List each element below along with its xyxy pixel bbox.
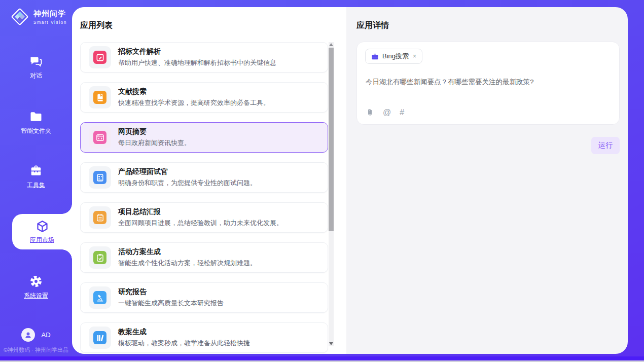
query-input[interactable]: 今日湖北有哪些新闻要点？有哪些需要关注的最新政策? — [366, 77, 609, 87]
sidebar-item-label: 智能文件夹 — [21, 127, 51, 135]
app-list-scrollbar[interactable] — [329, 42, 334, 346]
mention-icon[interactable]: @ — [383, 108, 391, 117]
app-card-literature-search[interactable]: 文献搜索 快速精准查找学术资源，提高研究效率的必备工具。 — [80, 82, 328, 113]
chat-icon — [29, 54, 43, 68]
briefcase-icon — [371, 53, 379, 60]
person-icon — [24, 331, 32, 339]
attachment-icon[interactable] — [366, 108, 374, 117]
app-card-bid-analysis[interactable]: 招标文件解析 帮助用户快速、准确地理解和解析招标书中的关键信息 — [80, 42, 328, 73]
app-card-project-summary[interactable]: 项目总结汇报 全面回顾项目进展，总结经验教训，助力未来优化发展。 — [80, 202, 328, 233]
gem-logo-icon — [9, 6, 30, 27]
app-title: 教案生成 — [118, 328, 250, 337]
app-title: 招标文件解析 — [118, 47, 276, 56]
app-detail-panel: 应用详情 Bing搜索 × 今日湖北有哪些新闻要点？有哪些需要关注的最新政策? … — [346, 7, 628, 354]
sidebar-item-label: 对话 — [30, 71, 42, 80]
sidebar: 神州问学 Smart Vision 对话 智能文件夹 工具集 应用市场 — [0, 0, 72, 356]
app-desc: 一键智能生成高质量长文本研究报告 — [118, 299, 224, 308]
app-detail-title: 应用详情 — [356, 20, 389, 31]
app-list-panel: 应用列表 招标文件解析 帮助用户快速、准确地理解和解析招标书中的关键信息 文献搜… — [72, 7, 346, 354]
app-desc: 智能生成个性化活动方案，轻松解决规划难题。 — [118, 259, 257, 268]
brand-name: 神州问学 — [33, 9, 67, 19]
books-icon — [93, 331, 106, 344]
book-icon — [93, 91, 106, 104]
doc-edit-icon — [93, 51, 106, 64]
user-name: AD — [41, 331, 50, 339]
app-desc: 快速精准查找学术资源，提高研究效率的必备工具。 — [118, 98, 270, 107]
content-area: 应用列表 招标文件解析 帮助用户快速、准确地理解和解析招标书中的关键信息 文献搜… — [72, 7, 628, 354]
app-card-web-summary[interactable]: 网页摘要 每日政府新闻资讯快查。 — [80, 122, 328, 153]
app-title: 产品经理面试官 — [118, 167, 257, 176]
app-list-title: 应用列表 — [80, 20, 113, 31]
app-desc: 明确身份和职责，为您提供专业性的面试问题。 — [118, 178, 257, 188]
sidebar-item-app-market[interactable]: 应用市场 — [12, 214, 72, 249]
app-card-pm-interviewer[interactable]: 产品经理面试官 明确身份和职责，为您提供专业性的面试问题。 — [80, 162, 328, 193]
scroll-up-icon[interactable] — [329, 43, 333, 46]
app-card-event-plan[interactable]: 活动方案生成 智能生成个性化活动方案，轻松解决规划难题。 — [80, 242, 328, 273]
folder-icon — [29, 110, 43, 124]
app-card-list: 招标文件解析 帮助用户快速、准确地理解和解析招标书中的关键信息 文献搜索 快速精… — [80, 42, 329, 354]
scroll-down-icon[interactable] — [329, 342, 333, 345]
microscope-icon — [93, 291, 106, 304]
sidebar-item-chat[interactable]: 对话 — [0, 54, 72, 80]
sidebar-item-label: 应用市场 — [30, 236, 54, 244]
app-desc: 模板驱动，教案秒成，教学准备从此轻松快捷 — [118, 339, 250, 348]
user-account[interactable]: AD — [0, 328, 72, 342]
bottom-accent-bar — [0, 356, 644, 360]
notepad-icon — [93, 211, 106, 224]
app-title: 研究报告 — [118, 287, 224, 297]
hash-icon[interactable]: # — [400, 108, 404, 117]
resume-icon — [93, 171, 106, 184]
sidebar-item-label: 系统设置 — [24, 292, 48, 300]
sidebar-item-label: 工具集 — [27, 181, 45, 190]
sidebar-item-settings[interactable]: 系统设置 — [0, 274, 72, 300]
browser-code-icon — [93, 131, 106, 144]
copyright-footer: ©神州数码 · 神州问学出品 — [4, 346, 68, 354]
cube-icon — [35, 220, 49, 233]
app-card-research-report[interactable]: 研究报告 一键智能生成高质量长文本研究报告 — [80, 282, 328, 313]
app-desc: 帮助用户快速、准确地理解和解析招标书中的关键信息 — [118, 58, 276, 67]
run-button[interactable]: 运行 — [591, 137, 620, 154]
avatar — [21, 328, 35, 342]
sidebar-item-toolset[interactable]: 工具集 — [0, 164, 72, 190]
prompt-card: Bing搜索 × 今日湖北有哪些新闻要点？有哪些需要关注的最新政策? @ # — [356, 42, 620, 125]
input-toolbar: @ # — [366, 108, 404, 117]
app-card-lesson-plan[interactable]: 教案生成 模板驱动，教案秒成，教学准备从此轻松快捷 — [80, 322, 328, 353]
close-icon[interactable]: × — [413, 53, 416, 60]
gear-icon — [29, 274, 43, 288]
app-desc: 全面回顾项目进展，总结经验教训，助力未来优化发展。 — [118, 219, 283, 228]
clipboard-check-icon — [93, 251, 106, 264]
tool-tag-label: Bing搜索 — [382, 52, 409, 61]
app-title: 项目总结汇报 — [118, 207, 283, 216]
sidebar-item-smart-folder[interactable]: 智能文件夹 — [0, 110, 72, 135]
app-title: 活动方案生成 — [118, 247, 257, 257]
brand-logo: 神州问学 Smart Vision — [0, 6, 72, 27]
tool-tag-bing-search[interactable]: Bing搜索 × — [365, 49, 422, 64]
brand-subtitle: Smart Vision — [33, 20, 67, 25]
app-desc: 每日政府新闻资讯快查。 — [118, 138, 191, 148]
app-title: 文献搜索 — [118, 87, 270, 96]
app-title: 网页摘要 — [118, 127, 191, 136]
scrollbar-thumb[interactable] — [329, 48, 334, 231]
toolbox-icon — [29, 164, 43, 178]
